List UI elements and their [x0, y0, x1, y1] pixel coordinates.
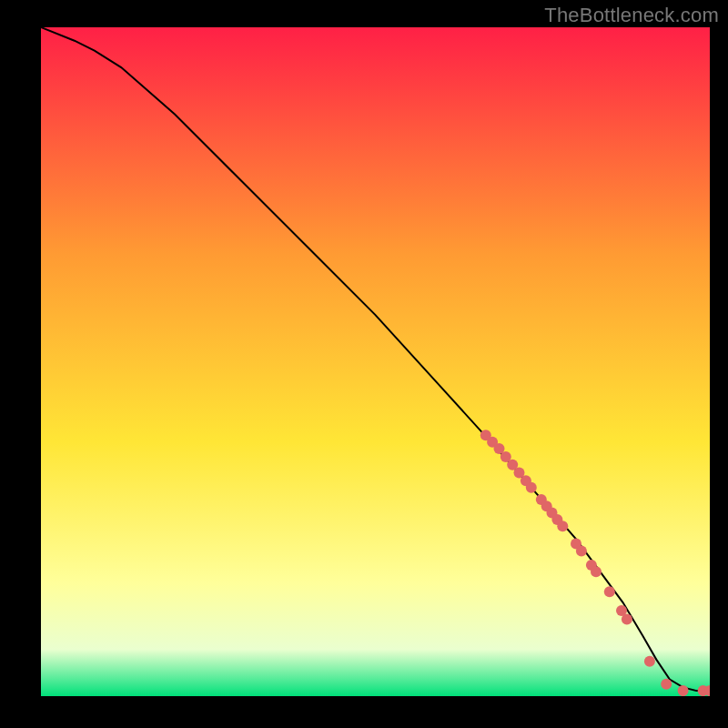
data-marker: [526, 482, 537, 493]
data-marker: [591, 566, 602, 577]
plot-area: [41, 27, 710, 696]
data-marker: [644, 656, 655, 667]
data-marker: [661, 679, 672, 690]
data-marker: [576, 546, 587, 557]
data-marker: [604, 586, 615, 597]
data-marker: [622, 614, 632, 625]
chart-svg: [41, 27, 710, 696]
chart-frame: TheBottleneck.com: [0, 0, 728, 728]
attribution-text: TheBottleneck.com: [544, 4, 719, 27]
data-marker: [678, 685, 689, 696]
data-marker: [557, 521, 568, 531]
